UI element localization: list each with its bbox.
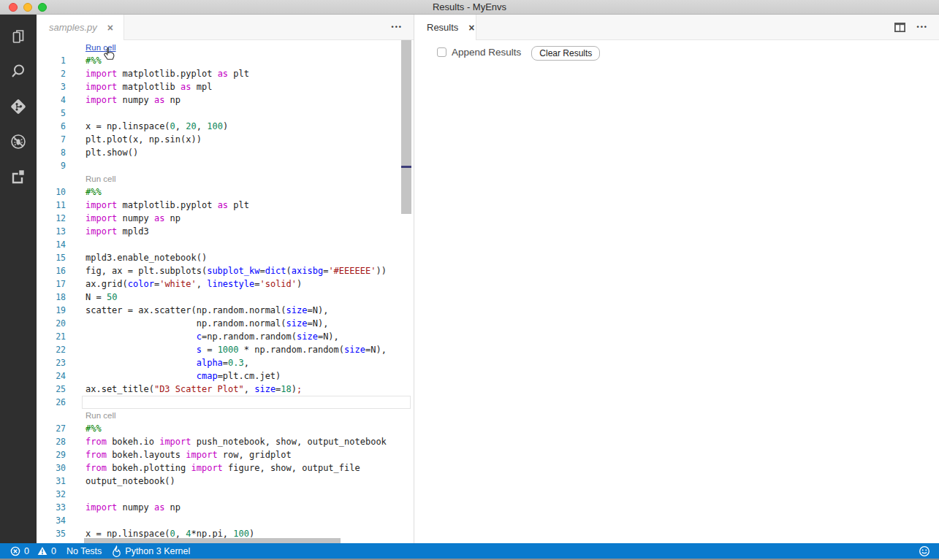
tab-bar-left: samples.py × ••• bbox=[37, 15, 414, 40]
debug-icon[interactable] bbox=[0, 124, 37, 159]
code-line-row[interactable]: 31output_notebook() bbox=[37, 475, 414, 488]
zoom-window-button[interactable] bbox=[38, 3, 47, 12]
run-cell-codelens[interactable]: Run cell bbox=[85, 174, 116, 183]
code-line[interactable]: from bokeh.plotting import figure, show,… bbox=[85, 463, 360, 473]
code-line[interactable]: import numpy as np bbox=[85, 213, 180, 223]
code-line-row[interactable]: 1#%% bbox=[37, 54, 414, 67]
code-line-row[interactable]: 26 bbox=[37, 396, 414, 409]
code-line-row[interactable]: 9 bbox=[37, 159, 414, 172]
code-line[interactable]: #%% bbox=[85, 187, 102, 197]
code-line[interactable]: import matplotlib.pyplot as plt bbox=[85, 69, 249, 79]
code-line[interactable]: np.random.normal(size=N), bbox=[85, 318, 328, 329]
vertical-scrollbar[interactable] bbox=[401, 40, 411, 214]
more-actions-icon[interactable]: ••• bbox=[392, 23, 403, 31]
feedback-smiley-icon[interactable] bbox=[919, 545, 930, 557]
run-cell-codelens[interactable]: Run cell bbox=[85, 411, 116, 420]
code-line-row[interactable]: 7plt.plot(x, np.sin(x)) bbox=[37, 133, 414, 146]
code-line-row[interactable]: 34 bbox=[37, 514, 414, 527]
codelens-row: Run cell bbox=[37, 41, 414, 54]
warning-icon bbox=[37, 546, 47, 556]
code-editor[interactable]: Run cell1#%%2import matplotlib.pyplot as… bbox=[37, 40, 414, 543]
tab-results[interactable]: Results × bbox=[414, 15, 476, 40]
code-line[interactable]: fig, ax = plt.subplots(subplot_kw=dict(a… bbox=[85, 266, 387, 276]
extensions-icon[interactable] bbox=[0, 159, 37, 194]
code-line[interactable]: import mpld3 bbox=[85, 226, 149, 237]
code-line[interactable]: from bokeh.io import push_notebook, show… bbox=[85, 437, 387, 447]
more-actions-icon[interactable]: ••• bbox=[917, 23, 928, 31]
code-line-row[interactable]: 19scatter = ax.scatter(np.random.normal(… bbox=[37, 304, 414, 317]
search-icon[interactable] bbox=[0, 54, 37, 89]
code-line-row[interactable]: 2import matplotlib.pyplot as plt bbox=[37, 67, 414, 80]
code-line[interactable]: import numpy as np bbox=[85, 95, 180, 105]
tab-bar-results: Results × ••• bbox=[414, 15, 939, 40]
code-line[interactable]: alpha=0.3, bbox=[85, 358, 249, 368]
code-line[interactable]: import matplotlib as mpl bbox=[85, 82, 212, 92]
tab-samples-py[interactable]: samples.py × bbox=[37, 15, 124, 40]
code-line-row[interactable]: 12import numpy as np bbox=[37, 212, 414, 225]
tab-label: samples.py bbox=[49, 22, 97, 33]
code-line-row[interactable]: 8plt.show() bbox=[37, 146, 414, 159]
kernel-status[interactable]: Python 3 Kernel bbox=[112, 545, 190, 557]
code-line[interactable]: import matplotlib.pyplot as plt bbox=[85, 200, 249, 210]
code-line-row[interactable]: 4import numpy as np bbox=[37, 93, 414, 107]
code-line[interactable]: mpld3.enable_notebook() bbox=[85, 253, 207, 263]
code-line-row[interactable]: 16fig, ax = plt.subplots(subplot_kw=dict… bbox=[37, 264, 414, 277]
code-line[interactable]: output_notebook() bbox=[85, 476, 175, 486]
code-line-row[interactable]: 24 cmap=plt.cm.jet) bbox=[37, 369, 414, 383]
pointer-hand-cursor bbox=[102, 47, 117, 61]
code-line[interactable]: import numpy as np bbox=[85, 502, 180, 513]
no-tests-status[interactable]: No Tests bbox=[66, 546, 102, 556]
code-line[interactable]: ax.grid(color='white', linestyle='solid'… bbox=[85, 279, 302, 289]
source-control-icon[interactable] bbox=[0, 89, 37, 124]
code-line-row[interactable]: 11import matplotlib.pyplot as plt bbox=[37, 199, 414, 212]
code-line-row[interactable]: 18N = 50 bbox=[37, 291, 414, 304]
code-line-row[interactable]: 3import matplotlib as mpl bbox=[37, 80, 414, 93]
split-editor-icon[interactable] bbox=[894, 22, 906, 33]
code-line-row[interactable]: 25ax.set_title("D3 Scatter Plot", size=1… bbox=[37, 383, 414, 396]
code-line[interactable]: #%% bbox=[85, 55, 102, 66]
code-line-row[interactable]: 29from bokeh.layouts import row, gridplo… bbox=[37, 448, 414, 461]
code-line-row[interactable]: 30from bokeh.plotting import figure, sho… bbox=[37, 461, 414, 475]
code-line[interactable]: x = np.linspace(0, 20, 100) bbox=[85, 121, 228, 131]
code-line-row[interactable]: 14 bbox=[37, 238, 414, 251]
line-number: 36 bbox=[37, 542, 66, 543]
code-line[interactable]: c=np.random.random(size=N), bbox=[85, 331, 339, 342]
code-line-row[interactable]: 27#%% bbox=[37, 422, 414, 435]
code-line[interactable]: plt.show() bbox=[85, 147, 138, 158]
code-line-row[interactable]: 10#%% bbox=[37, 185, 414, 199]
horizontal-scrollbar[interactable] bbox=[84, 538, 341, 543]
close-icon[interactable]: × bbox=[468, 23, 474, 33]
line-number: 20 bbox=[37, 318, 66, 329]
code-line-row[interactable]: 23 alpha=0.3, bbox=[37, 356, 414, 369]
code-line[interactable]: #%% bbox=[85, 423, 102, 434]
problems-status[interactable]: 0 0 bbox=[10, 546, 56, 556]
minimize-window-button[interactable] bbox=[23, 3, 32, 12]
close-icon[interactable]: × bbox=[107, 23, 113, 33]
code-line[interactable]: s = 1000 * np.random.random(size=N), bbox=[85, 345, 387, 355]
code-line-row[interactable]: 13import mpld3 bbox=[37, 225, 414, 238]
explorer-icon[interactable] bbox=[0, 19, 37, 54]
code-line-row[interactable]: 20 np.random.normal(size=N), bbox=[37, 317, 414, 330]
code-line-row[interactable]: 5 bbox=[37, 107, 414, 120]
code-line[interactable]: scatter = ax.scatter(np.random.normal(si… bbox=[85, 305, 328, 315]
code-line-row[interactable]: 22 s = 1000 * np.random.random(size=N), bbox=[37, 343, 414, 356]
line-number: 31 bbox=[37, 476, 66, 486]
code-line-row[interactable]: 6x = np.linspace(0, 20, 100) bbox=[37, 120, 414, 133]
code-line[interactable]: from bokeh.layouts import row, gridplot bbox=[85, 450, 292, 460]
code-line[interactable]: x = np.linspace(0, 4*np.pi, 100) bbox=[85, 529, 254, 539]
code-line-row[interactable]: 15mpld3.enable_notebook() bbox=[37, 251, 414, 264]
code-line[interactable]: N = 50 bbox=[85, 292, 117, 302]
append-results-checkbox[interactable] bbox=[437, 47, 446, 57]
line-number: 19 bbox=[37, 305, 66, 315]
close-window-button[interactable] bbox=[9, 3, 18, 12]
code-line[interactable]: plt.plot(x, np.sin(x)) bbox=[85, 134, 202, 145]
code-line-row[interactable]: 28from bokeh.io import push_notebook, sh… bbox=[37, 435, 414, 448]
code-line-row[interactable]: 21 c=np.random.random(size=N), bbox=[37, 330, 414, 343]
code-line-row[interactable]: 17ax.grid(color='white', linestyle='soli… bbox=[37, 277, 414, 291]
code-line-row[interactable]: 32 bbox=[37, 488, 414, 501]
code-line[interactable]: cmap=plt.cm.jet) bbox=[85, 371, 281, 381]
code-line[interactable]: ax.set_title("D3 Scatter Plot", size=18)… bbox=[85, 384, 302, 394]
clear-results-button[interactable]: Clear Results bbox=[531, 46, 600, 61]
code-line-row[interactable]: 33import numpy as np bbox=[37, 501, 414, 514]
line-number: 23 bbox=[37, 358, 66, 368]
